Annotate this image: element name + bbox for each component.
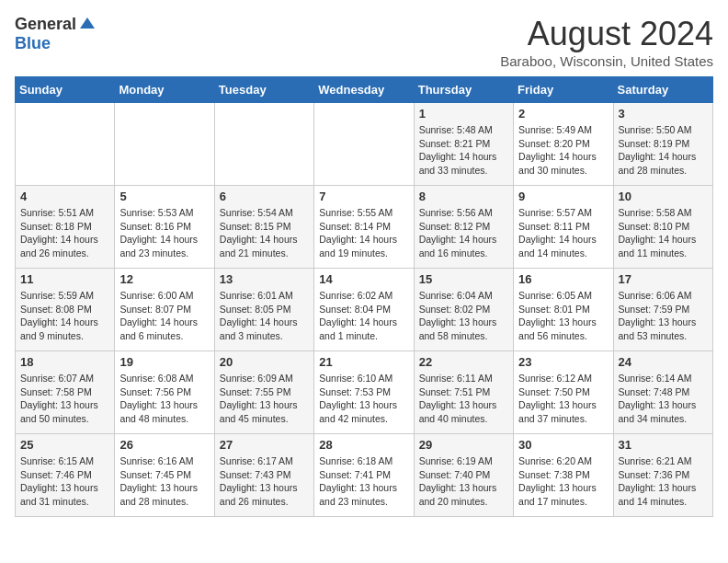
calendar-cell: 2Sunrise: 5:49 AM Sunset: 8:20 PM Daylig… [514,103,613,186]
logo-blue-text: Blue [15,34,51,53]
day-info: Sunrise: 5:54 AM Sunset: 8:15 PM Dayligh… [220,206,309,260]
day-number: 23 [518,355,608,369]
day-number: 31 [619,438,708,452]
day-number: 5 [119,190,209,203]
day-number: 27 [220,438,309,452]
day-number: 25 [20,438,109,452]
calendar-cell: 28Sunrise: 6:18 AM Sunset: 7:41 PM Dayli… [314,434,414,517]
day-number: 24 [619,355,708,369]
month-year: August 2024 [500,15,713,53]
calendar-cell [214,103,313,186]
calendar-cell: 27Sunrise: 6:17 AM Sunset: 7:43 PM Dayli… [214,434,313,517]
calendar-cell: 13Sunrise: 6:01 AM Sunset: 8:05 PM Dayli… [214,269,313,351]
calendar-cell: 21Sunrise: 6:10 AM Sunset: 7:53 PM Dayli… [314,351,414,434]
calendar-cell [314,103,414,186]
day-number: 17 [619,272,708,286]
day-info: Sunrise: 6:01 AM Sunset: 8:05 PM Dayligh… [220,289,309,343]
calendar-cell: 3Sunrise: 5:50 AM Sunset: 8:19 PM Daylig… [613,103,712,186]
day-info: Sunrise: 6:12 AM Sunset: 7:50 PM Dayligh… [518,372,608,426]
day-info: Sunrise: 5:58 AM Sunset: 8:10 PM Dayligh… [619,206,708,260]
calendar-cell: 8Sunrise: 5:56 AM Sunset: 8:12 PM Daylig… [414,186,513,269]
day-number: 20 [220,355,309,369]
calendar-cell: 16Sunrise: 6:05 AM Sunset: 8:01 PM Dayli… [514,269,613,351]
weekday-header-thursday: Thursday [414,77,513,103]
day-info: Sunrise: 6:14 AM Sunset: 7:48 PM Dayligh… [619,372,708,426]
day-info: Sunrise: 6:09 AM Sunset: 7:55 PM Dayligh… [220,372,309,426]
day-number: 6 [220,190,309,203]
day-info: Sunrise: 6:19 AM Sunset: 7:40 PM Dayligh… [419,454,508,509]
calendar-cell: 12Sunrise: 6:00 AM Sunset: 8:07 PM Dayli… [115,269,214,351]
day-number: 22 [419,355,508,369]
day-number: 8 [419,190,508,203]
calendar-cell: 18Sunrise: 6:07 AM Sunset: 7:58 PM Dayli… [16,351,115,434]
calendar-week-1: 1Sunrise: 5:48 AM Sunset: 8:21 PM Daylig… [16,103,713,186]
day-number: 30 [518,438,608,452]
day-info: Sunrise: 5:56 AM Sunset: 8:12 PM Dayligh… [419,206,508,260]
day-info: Sunrise: 6:07 AM Sunset: 7:58 PM Dayligh… [20,372,109,426]
calendar-cell: 31Sunrise: 6:21 AM Sunset: 7:36 PM Dayli… [613,434,712,517]
weekday-header-tuesday: Tuesday [214,77,313,103]
day-number: 11 [20,272,109,286]
header: General Blue August 2024 Baraboo, Wiscon… [15,15,713,69]
calendar-week-3: 11Sunrise: 5:59 AM Sunset: 8:08 PM Dayli… [16,269,713,351]
day-info: Sunrise: 5:49 AM Sunset: 8:20 PM Dayligh… [518,123,608,178]
day-info: Sunrise: 5:55 AM Sunset: 8:14 PM Dayligh… [319,206,408,260]
location: Baraboo, Wisconsin, United States [500,53,713,69]
title-section: August 2024 Baraboo, Wisconsin, United S… [500,15,713,69]
day-info: Sunrise: 6:06 AM Sunset: 7:59 PM Dayligh… [619,289,708,343]
day-number: 16 [518,272,608,286]
day-info: Sunrise: 6:16 AM Sunset: 7:45 PM Dayligh… [119,454,209,509]
day-info: Sunrise: 5:57 AM Sunset: 8:11 PM Dayligh… [518,206,608,260]
day-info: Sunrise: 6:08 AM Sunset: 7:56 PM Dayligh… [119,372,209,426]
day-number: 29 [419,438,508,452]
calendar-cell: 14Sunrise: 6:02 AM Sunset: 8:04 PM Dayli… [314,269,414,351]
calendar-cell: 5Sunrise: 5:53 AM Sunset: 8:16 PM Daylig… [115,186,214,269]
day-number: 13 [220,272,309,286]
calendar-cell: 30Sunrise: 6:20 AM Sunset: 7:38 PM Dayli… [514,434,613,517]
calendar-cell: 1Sunrise: 5:48 AM Sunset: 8:21 PM Daylig… [414,103,513,186]
day-number: 4 [20,190,109,203]
day-info: Sunrise: 6:00 AM Sunset: 8:07 PM Dayligh… [119,289,209,343]
calendar-cell: 22Sunrise: 6:11 AM Sunset: 7:51 PM Dayli… [414,351,513,434]
day-number: 1 [419,107,508,121]
day-info: Sunrise: 6:05 AM Sunset: 8:01 PM Dayligh… [518,289,608,343]
day-number: 10 [619,190,708,203]
calendar-week-2: 4Sunrise: 5:51 AM Sunset: 8:18 PM Daylig… [16,186,713,269]
weekday-header-monday: Monday [115,77,214,103]
day-number: 19 [119,355,209,369]
calendar-cell: 9Sunrise: 5:57 AM Sunset: 8:11 PM Daylig… [514,186,613,269]
weekday-header-sunday: Sunday [16,77,115,103]
calendar-cell: 6Sunrise: 5:54 AM Sunset: 8:15 PM Daylig… [214,186,313,269]
calendar-cell: 29Sunrise: 6:19 AM Sunset: 7:40 PM Dayli… [414,434,513,517]
calendar-cell: 26Sunrise: 6:16 AM Sunset: 7:45 PM Dayli… [115,434,214,517]
day-info: Sunrise: 6:11 AM Sunset: 7:51 PM Dayligh… [419,372,508,426]
svg-marker-0 [80,17,95,29]
day-number: 28 [319,438,408,452]
day-number: 12 [119,272,209,286]
calendar-cell: 19Sunrise: 6:08 AM Sunset: 7:56 PM Dayli… [115,351,214,434]
day-info: Sunrise: 5:59 AM Sunset: 8:08 PM Dayligh… [20,289,109,343]
day-number: 18 [20,355,109,369]
weekday-header-row: SundayMondayTuesdayWednesdayThursdayFrid… [16,77,713,103]
calendar-cell: 15Sunrise: 6:04 AM Sunset: 8:02 PM Dayli… [414,269,513,351]
day-info: Sunrise: 6:18 AM Sunset: 7:41 PM Dayligh… [319,454,408,509]
day-number: 14 [319,272,408,286]
day-number: 15 [419,272,508,286]
calendar-table: SundayMondayTuesdayWednesdayThursdayFrid… [15,76,713,517]
calendar-cell [16,103,115,186]
calendar-cell: 7Sunrise: 5:55 AM Sunset: 8:14 PM Daylig… [314,186,414,269]
day-number: 7 [319,190,408,203]
calendar-cell: 24Sunrise: 6:14 AM Sunset: 7:48 PM Dayli… [613,351,712,434]
weekday-header-wednesday: Wednesday [314,77,414,103]
day-number: 2 [518,107,608,121]
day-info: Sunrise: 5:50 AM Sunset: 8:19 PM Dayligh… [619,123,708,178]
calendar-cell: 23Sunrise: 6:12 AM Sunset: 7:50 PM Dayli… [514,351,613,434]
calendar-cell [115,103,214,186]
day-info: Sunrise: 6:04 AM Sunset: 8:02 PM Dayligh… [419,289,508,343]
day-info: Sunrise: 6:20 AM Sunset: 7:38 PM Dayligh… [518,454,608,509]
day-info: Sunrise: 6:21 AM Sunset: 7:36 PM Dayligh… [619,454,708,509]
calendar-week-4: 18Sunrise: 6:07 AM Sunset: 7:58 PM Dayli… [16,351,713,434]
day-info: Sunrise: 5:53 AM Sunset: 8:16 PM Dayligh… [119,206,209,260]
logo-general-text: General [15,15,76,34]
calendar-cell: 10Sunrise: 5:58 AM Sunset: 8:10 PM Dayli… [613,186,712,269]
